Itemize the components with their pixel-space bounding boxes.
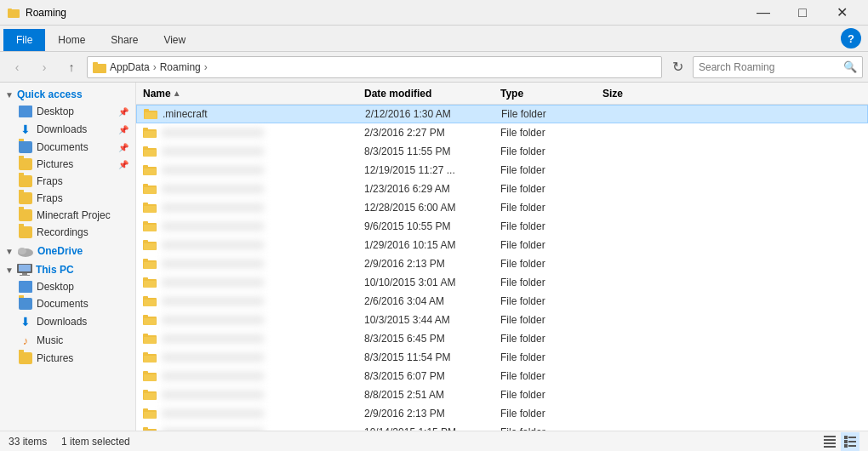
col-type-cell: File folder bbox=[500, 333, 602, 345]
col-date-label: Date modified bbox=[364, 88, 431, 100]
file-row[interactable]: 8/3/2015 6:07 PM File folder bbox=[136, 367, 868, 385]
sidebar-item-fraps1[interactable]: Fraps bbox=[0, 173, 135, 190]
tab-share[interactable]: Share bbox=[98, 29, 151, 51]
svg-point-5 bbox=[18, 248, 26, 254]
refresh-button[interactable]: ↻ bbox=[665, 55, 689, 79]
sidebar-item-thispc-pictures[interactable]: Pictures bbox=[0, 350, 135, 367]
help-button[interactable]: ? bbox=[841, 28, 861, 49]
status-count: 33 items 1 item selected bbox=[9, 436, 130, 448]
file-row[interactable]: 1/23/2016 6:29 AM File folder bbox=[136, 180, 868, 198]
svg-rect-21 bbox=[144, 168, 156, 175]
file-name-blurred bbox=[162, 128, 264, 137]
col-date-cell: 10/10/2015 3:01 AM bbox=[364, 277, 500, 288]
forward-button[interactable]: › bbox=[32, 55, 56, 79]
col-type-label: Type bbox=[500, 88, 523, 100]
col-header-type[interactable]: Type bbox=[500, 88, 602, 100]
file-row[interactable]: 12/19/2015 11:27 ... File folder bbox=[136, 161, 868, 180]
col-name-cell bbox=[143, 408, 364, 420]
file-row[interactable]: 8/3/2015 11:55 PM File folder bbox=[136, 142, 868, 161]
breadcrumb-roaming[interactable]: Roaming bbox=[160, 61, 201, 73]
search-icon: 🔍 bbox=[843, 60, 857, 73]
search-box[interactable]: 🔍 bbox=[693, 56, 863, 78]
col-name-cell bbox=[143, 351, 364, 363]
maximize-button[interactable]: □ bbox=[783, 0, 822, 26]
svg-rect-11 bbox=[144, 109, 149, 112]
sidebar-item-fraps2[interactable]: Fraps bbox=[0, 190, 135, 207]
svg-rect-47 bbox=[143, 334, 148, 337]
file-row[interactable]: 10/14/2015 1:15 PM File folder bbox=[136, 423, 868, 431]
file-row[interactable]: 8/3/2015 11:54 PM File folder bbox=[136, 348, 868, 367]
svg-rect-56 bbox=[143, 390, 148, 393]
file-row[interactable]: 2/9/2016 2:13 PM File folder bbox=[136, 404, 868, 423]
file-row[interactable]: 2/9/2016 2:13 PM File folder bbox=[136, 254, 868, 273]
sidebar-item-recordings-label: Recordings bbox=[37, 226, 89, 238]
sidebar-item-thispc-desktop[interactable]: Desktop bbox=[0, 278, 135, 295]
file-row[interactable]: .minecraft 2/12/2016 1:30 AM File folder bbox=[136, 105, 868, 123]
col-name-cell bbox=[143, 202, 364, 214]
svg-rect-69 bbox=[848, 437, 856, 438]
svg-rect-23 bbox=[143, 184, 148, 187]
svg-rect-26 bbox=[143, 203, 148, 206]
close-button[interactable]: ✕ bbox=[822, 0, 861, 26]
quick-access-header[interactable]: ▼ Quick access bbox=[0, 86, 135, 103]
file-row[interactable]: 1/29/2016 10:15 AM File folder bbox=[136, 236, 868, 254]
file-row[interactable]: 12/28/2015 6:00 AM File folder bbox=[136, 198, 868, 217]
sidebar-item-desktop-quick-label: Desktop bbox=[37, 106, 74, 117]
search-input[interactable] bbox=[699, 61, 843, 73]
address-bar[interactable]: AppData › Roaming › bbox=[87, 56, 662, 78]
fraps1-icon bbox=[19, 175, 32, 187]
svg-rect-18 bbox=[144, 150, 156, 157]
onedrive-header[interactable]: ▼ OneDrive bbox=[0, 243, 135, 260]
col-header-name[interactable]: Name ▲ bbox=[143, 88, 364, 100]
sidebar-item-pictures-quick[interactable]: Pictures 📌 bbox=[0, 156, 135, 173]
tab-home[interactable]: Home bbox=[45, 29, 98, 51]
ribbon-tabs: File Home Share View ? bbox=[0, 26, 868, 51]
thispc-header[interactable]: ▼ This PC bbox=[0, 261, 135, 278]
tab-file[interactable]: File bbox=[3, 29, 45, 51]
back-button[interactable]: ‹ bbox=[5, 55, 29, 79]
sidebar-item-desktop-quick[interactable]: Desktop 📌 bbox=[0, 103, 135, 120]
svg-rect-17 bbox=[143, 146, 148, 150]
sidebar-item-thispc-downloads[interactable]: ⬇ Downloads bbox=[0, 312, 135, 331]
file-list-body: .minecraft 2/12/2016 1:30 AM File folder… bbox=[136, 105, 868, 431]
file-name-blurred bbox=[162, 353, 264, 362]
file-row[interactable]: 9/6/2015 10:55 PM File folder bbox=[136, 217, 868, 236]
folder-icon bbox=[143, 183, 157, 195]
sidebar-item-downloads-quick[interactable]: ⬇ Downloads 📌 bbox=[0, 120, 135, 139]
col-date-cell: 8/3/2015 11:55 PM bbox=[364, 146, 500, 157]
recordings-icon bbox=[19, 226, 32, 238]
col-date-cell: 8/3/2015 6:45 PM bbox=[364, 333, 500, 345]
sidebar-item-recordings[interactable]: Recordings bbox=[0, 224, 135, 241]
svg-rect-66 bbox=[824, 442, 836, 444]
file-row[interactable]: 2/3/2016 2:27 PM File folder bbox=[136, 123, 868, 142]
col-type-cell: File folder bbox=[501, 108, 603, 120]
pin-icon-downloads: 📌 bbox=[118, 125, 128, 134]
col-name-cell bbox=[143, 277, 364, 288]
sidebar-item-documents-quick[interactable]: Documents 📌 bbox=[0, 139, 135, 156]
col-name-cell bbox=[143, 389, 364, 401]
thispc-music-label: Music bbox=[37, 334, 63, 346]
sidebar-item-fraps1-label: Fraps bbox=[37, 175, 63, 187]
view-details-button[interactable] bbox=[841, 432, 859, 451]
sidebar-item-thispc-music[interactable]: ♪ Music bbox=[0, 331, 135, 350]
view-list-button[interactable] bbox=[820, 432, 839, 451]
file-row[interactable]: 10/3/2015 3:44 AM File folder bbox=[136, 311, 868, 329]
col-type-cell: File folder bbox=[500, 146, 602, 157]
svg-rect-20 bbox=[143, 165, 148, 168]
file-row[interactable]: 8/8/2015 2:51 AM File folder bbox=[136, 385, 868, 404]
sidebar-item-thispc-documents[interactable]: Documents bbox=[0, 295, 135, 312]
col-header-size[interactable]: Size bbox=[602, 88, 671, 100]
file-row[interactable]: 2/6/2016 3:04 AM File folder bbox=[136, 292, 868, 311]
tab-view[interactable]: View bbox=[151, 29, 198, 51]
minimize-button[interactable]: — bbox=[744, 0, 783, 26]
breadcrumb-appdata[interactable]: AppData bbox=[110, 61, 150, 73]
sidebar: ▼ Quick access Desktop 📌 ⬇ Downloads 📌 D… bbox=[0, 83, 136, 431]
sidebar-item-minecraft-project[interactable]: Minecraft Projec bbox=[0, 207, 135, 224]
file-row[interactable]: 10/10/2015 3:01 AM File folder bbox=[136, 273, 868, 292]
col-header-date[interactable]: Date modified bbox=[364, 88, 500, 100]
svg-rect-41 bbox=[143, 296, 148, 300]
thispc-section: ▼ This PC Desktop Documents bbox=[0, 261, 135, 367]
file-row[interactable]: 8/3/2015 6:45 PM File folder bbox=[136, 329, 868, 348]
svg-rect-48 bbox=[144, 337, 156, 344]
up-button[interactable]: ↑ bbox=[60, 55, 83, 79]
